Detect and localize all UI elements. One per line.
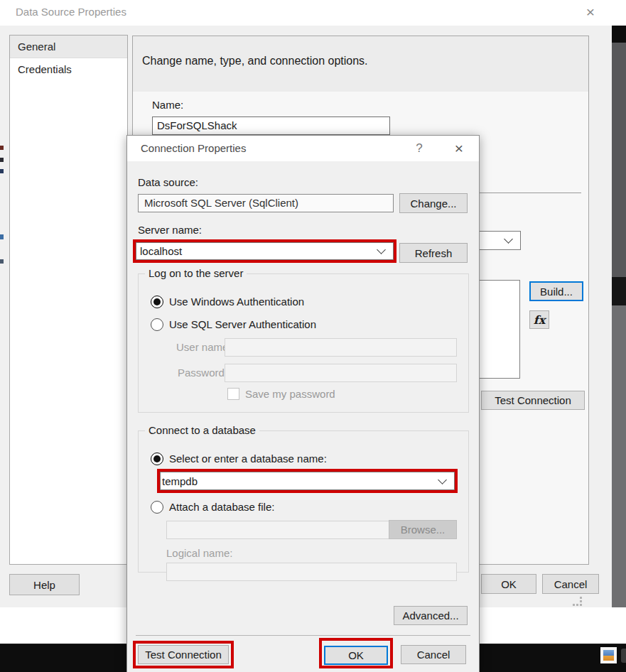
sql-auth-radio[interactable] [151, 318, 163, 331]
panel-header-band: Change name, type, and connection option… [133, 36, 588, 92]
background-strip [612, 305, 626, 607]
test-connection-highlight: Test Connection [133, 641, 234, 668]
background-strip [612, 43, 626, 277]
edge-artifact [0, 169, 4, 173]
outer-cancel-button[interactable]: Cancel [542, 574, 599, 594]
chevron-down-icon [438, 475, 447, 484]
sql-auth-label: Use SQL Server Authentication [169, 318, 316, 330]
user-name-label: User name: [176, 341, 232, 353]
page-title: Change name, type, and connection option… [142, 55, 368, 67]
connection-properties-title: Connection Properties [141, 142, 246, 154]
sidebar: General Credentials [9, 35, 128, 565]
user-name-input [225, 338, 457, 357]
select-database-label: Select or enter a database name: [169, 452, 327, 465]
close-icon[interactable]: × [578, 1, 603, 23]
taskbar-image-app-icon[interactable] [600, 647, 617, 663]
data-source-properties-title: Data Source Properties [16, 6, 126, 18]
windows-auth-label: Use Windows Authentication [169, 296, 304, 308]
server-name-combobox[interactable]: localhost [136, 242, 394, 260]
edge-artifact [0, 234, 4, 239]
background-strip [612, 26, 626, 43]
edge-artifact [0, 146, 4, 150]
data-source-field: Microsoft SQL Server (SqlClient) [138, 194, 394, 212]
edge-artifact [0, 158, 4, 162]
name-label: Name: [152, 99, 183, 111]
change-button[interactable]: Change... [399, 193, 468, 213]
chevron-down-icon [377, 245, 386, 254]
outer-ok-button[interactable]: OK [481, 574, 536, 594]
logon-group-title: Log on to the server [145, 267, 247, 279]
build-button[interactable]: Build... [529, 281, 583, 301]
data-source-properties-titlebar: Data Source Properties × [0, 0, 626, 26]
server-name-label: Server name: [138, 224, 202, 236]
logical-name-label: Logical name: [166, 547, 232, 559]
connection-properties-dialog: Connection Properties ? × Data source: M… [126, 135, 480, 672]
ok-button[interactable]: OK [324, 646, 388, 665]
data-source-label: Data source: [138, 176, 198, 188]
help-button[interactable]: Help [9, 574, 80, 595]
password-label: Password: [178, 367, 227, 379]
database-name-highlight: tempdb [157, 469, 458, 493]
fx-expression-button[interactable]: fx [529, 310, 549, 329]
database-name-value: tempdb [161, 475, 439, 487]
save-password-checkbox [227, 388, 239, 400]
database-name-combobox[interactable]: tempdb [160, 472, 455, 490]
resize-grip[interactable] [573, 597, 583, 607]
close-icon[interactable]: × [446, 138, 472, 159]
browse-button: Browse... [389, 520, 457, 539]
sidebar-item-credentials[interactable]: Credentials [10, 58, 127, 80]
attach-file-radio[interactable] [151, 501, 163, 514]
chevron-down-icon [504, 234, 513, 244]
database-group: Connect to a database Select or enter a … [138, 430, 469, 573]
windows-auth-radio[interactable] [151, 296, 163, 308]
logon-group: Log on to the server Use Windows Authent… [138, 273, 469, 413]
server-name-value: localhost [136, 245, 378, 257]
refresh-button[interactable]: Refresh [399, 243, 468, 263]
attach-file-label: Attach a database file: [169, 501, 274, 513]
sidebar-item-general[interactable]: General [10, 36, 127, 58]
test-connection-button[interactable]: Test Connection [138, 645, 229, 664]
help-icon[interactable]: ? [407, 138, 431, 159]
save-password-label: Save my password [245, 388, 335, 400]
connection-properties-titlebar: Connection Properties ? × [127, 136, 479, 161]
footer-separator [136, 635, 470, 636]
select-database-radio[interactable] [151, 452, 163, 465]
image-icon [603, 650, 614, 661]
attach-file-input [166, 521, 406, 539]
database-group-title: Connect to a database [145, 424, 259, 436]
password-input [225, 364, 457, 382]
taskbar-partial-icon[interactable] [621, 649, 626, 663]
ok-highlight: OK [319, 638, 393, 668]
outer-test-connection-button[interactable]: Test Connection [481, 391, 585, 410]
background-strip [612, 277, 626, 305]
server-name-highlight: localhost [133, 239, 396, 263]
advanced-button[interactable]: Advanced... [394, 606, 468, 625]
logical-name-input [166, 563, 457, 581]
edge-artifact [0, 259, 4, 264]
name-input[interactable]: DsForSQLShack [152, 116, 390, 135]
cancel-button[interactable]: Cancel [401, 645, 466, 664]
